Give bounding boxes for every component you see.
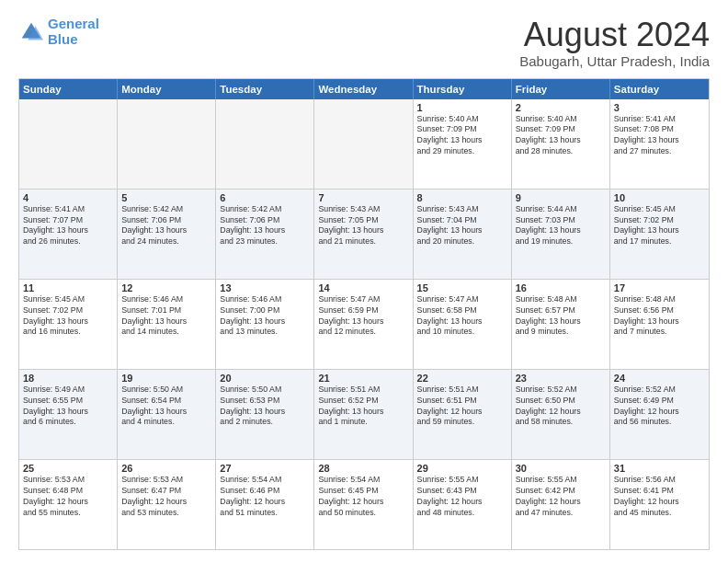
calendar-cell: 3Sunrise: 5:41 AMSunset: 7:08 PMDaylight… xyxy=(610,99,709,189)
header-cell-friday: Friday xyxy=(512,79,610,99)
calendar-cell: 13Sunrise: 5:46 AMSunset: 7:00 PMDayligh… xyxy=(216,280,314,369)
calendar-cell: 15Sunrise: 5:47 AMSunset: 6:58 PMDayligh… xyxy=(414,280,512,369)
calendar-cell: 2Sunrise: 5:40 AMSunset: 7:09 PMDaylight… xyxy=(512,99,610,189)
calendar-cell: 16Sunrise: 5:48 AMSunset: 6:57 PMDayligh… xyxy=(512,280,610,369)
header-cell-wednesday: Wednesday xyxy=(314,79,413,99)
cell-content: Sunrise: 5:55 AMSunset: 6:43 PMDaylight:… xyxy=(417,475,507,519)
calendar-cell xyxy=(118,99,216,189)
calendar-cell: 11Sunrise: 5:45 AMSunset: 7:02 PMDayligh… xyxy=(19,280,118,369)
day-number: 13 xyxy=(220,282,310,293)
title-block: August 2024 Babugarh, Uttar Pradesh, Ind… xyxy=(519,17,710,69)
header-cell-sunday: Sunday xyxy=(19,79,118,99)
day-number: 11 xyxy=(23,282,113,293)
calendar-cell: 12Sunrise: 5:46 AMSunset: 7:01 PMDayligh… xyxy=(118,280,216,369)
day-number: 19 xyxy=(121,373,211,384)
day-number: 7 xyxy=(318,192,408,203)
header-cell-saturday: Saturday xyxy=(610,79,709,99)
day-number: 6 xyxy=(220,192,310,203)
cell-content: Sunrise: 5:41 AMSunset: 7:08 PMDaylight:… xyxy=(614,114,705,158)
calendar-row-2: 11Sunrise: 5:45 AMSunset: 7:02 PMDayligh… xyxy=(19,280,709,370)
day-number: 3 xyxy=(614,102,705,113)
cell-content: Sunrise: 5:49 AMSunset: 6:55 PMDaylight:… xyxy=(23,385,113,429)
cell-content: Sunrise: 5:43 AMSunset: 7:05 PMDaylight:… xyxy=(318,204,408,248)
calendar-cell: 7Sunrise: 5:43 AMSunset: 7:05 PMDaylight… xyxy=(314,190,413,279)
calendar-cell: 14Sunrise: 5:47 AMSunset: 6:59 PMDayligh… xyxy=(314,280,413,369)
day-number: 10 xyxy=(614,192,705,203)
calendar-cell: 1Sunrise: 5:40 AMSunset: 7:09 PMDaylight… xyxy=(414,99,512,189)
cell-content: Sunrise: 5:53 AMSunset: 6:48 PMDaylight:… xyxy=(23,475,113,519)
cell-content: Sunrise: 5:56 AMSunset: 6:41 PMDaylight:… xyxy=(614,475,705,519)
calendar-cell xyxy=(216,99,314,189)
header: General Blue August 2024 Babugarh, Uttar… xyxy=(18,17,710,69)
calendar-row-4: 25Sunrise: 5:53 AMSunset: 6:48 PMDayligh… xyxy=(19,460,709,549)
day-number: 21 xyxy=(318,373,408,384)
cell-content: Sunrise: 5:42 AMSunset: 7:06 PMDaylight:… xyxy=(121,204,211,248)
subtitle: Babugarh, Uttar Pradesh, India xyxy=(519,53,710,69)
cell-content: Sunrise: 5:48 AMSunset: 6:57 PMDaylight:… xyxy=(516,294,606,339)
calendar-cell: 6Sunrise: 5:42 AMSunset: 7:06 PMDaylight… xyxy=(216,190,314,279)
calendar-row-3: 18Sunrise: 5:49 AMSunset: 6:55 PMDayligh… xyxy=(19,370,709,460)
cell-content: Sunrise: 5:50 AMSunset: 6:53 PMDaylight:… xyxy=(220,385,310,429)
cell-content: Sunrise: 5:54 AMSunset: 6:46 PMDaylight:… xyxy=(220,475,310,519)
calendar-cell: 21Sunrise: 5:51 AMSunset: 6:52 PMDayligh… xyxy=(314,370,413,459)
cell-content: Sunrise: 5:43 AMSunset: 7:04 PMDaylight:… xyxy=(417,204,507,248)
calendar-cell: 23Sunrise: 5:52 AMSunset: 6:50 PMDayligh… xyxy=(512,370,610,459)
cell-content: Sunrise: 5:41 AMSunset: 7:07 PMDaylight:… xyxy=(23,204,113,248)
cell-content: Sunrise: 5:51 AMSunset: 6:52 PMDaylight:… xyxy=(318,385,408,429)
day-number: 4 xyxy=(23,192,113,203)
page: General Blue August 2024 Babugarh, Uttar… xyxy=(0,0,728,563)
day-number: 28 xyxy=(318,463,408,474)
cell-content: Sunrise: 5:40 AMSunset: 7:09 PMDaylight:… xyxy=(516,114,606,158)
header-cell-monday: Monday xyxy=(118,79,216,99)
day-number: 22 xyxy=(417,373,507,384)
calendar-cell: 4Sunrise: 5:41 AMSunset: 7:07 PMDaylight… xyxy=(19,190,118,279)
cell-content: Sunrise: 5:52 AMSunset: 6:49 PMDaylight:… xyxy=(614,385,705,429)
calendar-row-0: 1Sunrise: 5:40 AMSunset: 7:09 PMDaylight… xyxy=(19,99,709,190)
calendar-cell: 5Sunrise: 5:42 AMSunset: 7:06 PMDaylight… xyxy=(118,190,216,279)
calendar-header: SundayMondayTuesdayWednesdayThursdayFrid… xyxy=(19,79,709,99)
calendar-cell: 18Sunrise: 5:49 AMSunset: 6:55 PMDayligh… xyxy=(19,370,118,459)
main-title: August 2024 xyxy=(519,17,710,53)
calendar-body: 1Sunrise: 5:40 AMSunset: 7:09 PMDaylight… xyxy=(19,99,709,549)
calendar-cell xyxy=(314,99,413,189)
cell-content: Sunrise: 5:46 AMSunset: 7:01 PMDaylight:… xyxy=(121,294,211,339)
day-number: 31 xyxy=(614,463,705,474)
day-number: 2 xyxy=(516,102,606,113)
cell-content: Sunrise: 5:51 AMSunset: 6:51 PMDaylight:… xyxy=(417,385,507,429)
day-number: 30 xyxy=(516,463,606,474)
cell-content: Sunrise: 5:44 AMSunset: 7:03 PMDaylight:… xyxy=(516,204,606,248)
day-number: 17 xyxy=(614,282,705,293)
cell-content: Sunrise: 5:45 AMSunset: 7:02 PMDaylight:… xyxy=(23,294,113,339)
day-number: 20 xyxy=(220,373,310,384)
cell-content: Sunrise: 5:50 AMSunset: 6:54 PMDaylight:… xyxy=(121,385,211,429)
calendar: SundayMondayTuesdayWednesdayThursdayFrid… xyxy=(18,78,710,550)
day-number: 18 xyxy=(23,373,113,384)
cell-content: Sunrise: 5:53 AMSunset: 6:47 PMDaylight:… xyxy=(121,475,211,519)
header-cell-tuesday: Tuesday xyxy=(216,79,314,99)
cell-content: Sunrise: 5:40 AMSunset: 7:09 PMDaylight:… xyxy=(417,114,507,158)
calendar-cell: 10Sunrise: 5:45 AMSunset: 7:02 PMDayligh… xyxy=(610,190,709,279)
day-number: 16 xyxy=(516,282,606,293)
calendar-cell: 20Sunrise: 5:50 AMSunset: 6:53 PMDayligh… xyxy=(216,370,314,459)
cell-content: Sunrise: 5:46 AMSunset: 7:00 PMDaylight:… xyxy=(220,294,310,339)
cell-content: Sunrise: 5:52 AMSunset: 6:50 PMDaylight:… xyxy=(516,385,606,429)
calendar-cell: 17Sunrise: 5:48 AMSunset: 6:56 PMDayligh… xyxy=(610,280,709,369)
header-cell-thursday: Thursday xyxy=(414,79,512,99)
cell-content: Sunrise: 5:55 AMSunset: 6:42 PMDaylight:… xyxy=(516,475,606,519)
cell-content: Sunrise: 5:42 AMSunset: 7:06 PMDaylight:… xyxy=(220,204,310,248)
day-number: 5 xyxy=(121,192,211,203)
logo-text: General Blue xyxy=(48,17,99,47)
cell-content: Sunrise: 5:47 AMSunset: 6:59 PMDaylight:… xyxy=(318,294,408,339)
day-number: 12 xyxy=(121,282,211,293)
calendar-cell: 31Sunrise: 5:56 AMSunset: 6:41 PMDayligh… xyxy=(610,460,709,549)
day-number: 9 xyxy=(516,192,606,203)
calendar-cell: 19Sunrise: 5:50 AMSunset: 6:54 PMDayligh… xyxy=(118,370,216,459)
day-number: 1 xyxy=(417,102,507,113)
calendar-cell: 9Sunrise: 5:44 AMSunset: 7:03 PMDaylight… xyxy=(512,190,610,279)
calendar-cell: 29Sunrise: 5:55 AMSunset: 6:43 PMDayligh… xyxy=(414,460,512,549)
day-number: 23 xyxy=(516,373,606,384)
cell-content: Sunrise: 5:54 AMSunset: 6:45 PMDaylight:… xyxy=(318,475,408,519)
logo: General Blue xyxy=(18,17,99,47)
calendar-cell: 28Sunrise: 5:54 AMSunset: 6:45 PMDayligh… xyxy=(314,460,413,549)
calendar-cell: 25Sunrise: 5:53 AMSunset: 6:48 PMDayligh… xyxy=(19,460,118,549)
